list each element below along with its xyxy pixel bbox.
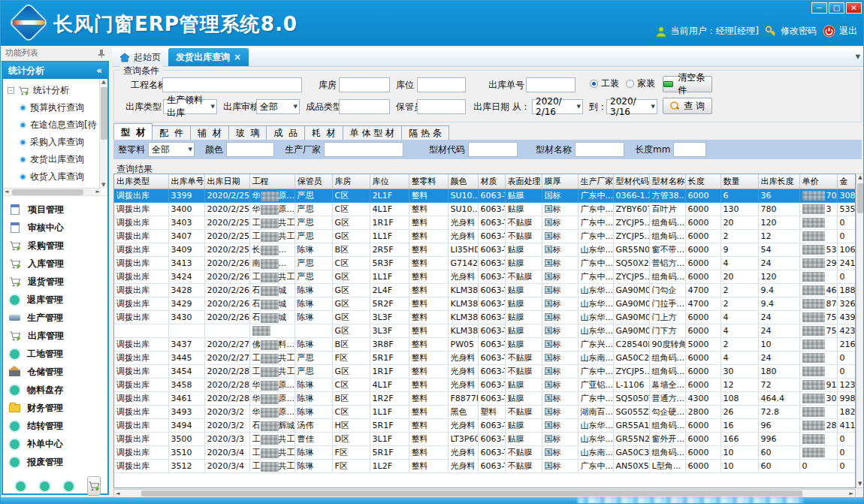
sidebar-section-header[interactable]: 统计分析 « bbox=[3, 62, 107, 79]
tab-list-dropdown-icon[interactable]: ▼ bbox=[856, 53, 860, 60]
table-row[interactable]: 调拨出库34372020/2/27佛料...陈琳B区3R8F整料PW056063… bbox=[114, 338, 856, 352]
sidebar-module-退货管理[interactable]: 退货管理 bbox=[9, 273, 107, 291]
table-row[interactable]: 调拨出库34072020/2/25工共工程严思G区1L1F整料光身料6063-T… bbox=[114, 230, 856, 243]
tree-item[interactable]: 收货入库查询 bbox=[8, 168, 107, 186]
column-header[interactable]: 单价 bbox=[799, 174, 837, 189]
material-tab[interactable]: 玻 璃 bbox=[228, 125, 267, 140]
manufacturer-input[interactable] bbox=[324, 142, 403, 157]
sidebar-module-审核中心[interactable]: 审核中心 bbox=[9, 219, 107, 237]
audit-select[interactable]: 全部▼ bbox=[256, 99, 300, 114]
column-header[interactable]: 金 bbox=[837, 174, 856, 189]
profile-code-input[interactable] bbox=[468, 142, 518, 157]
table-row[interactable]: 调拨出库34452020/2/27工共工程严思F区5R1F整料光身料6063-T… bbox=[114, 352, 856, 365]
order-no-input[interactable] bbox=[526, 77, 575, 92]
sidebar-module-报废管理[interactable]: 报废管理 bbox=[9, 453, 107, 471]
sidebar-module-结转管理[interactable]: 结转管理 bbox=[9, 417, 107, 435]
table-row[interactable]: 调拨出库34092020/2/25长...陈琳B区2R5F整料LI35HD606… bbox=[114, 243, 856, 257]
warehouse-input[interactable] bbox=[339, 77, 390, 92]
table-row[interactable]: 调拨出库34242020/2/26工共工程严思G区1L1F整料光身料6063-T… bbox=[114, 270, 856, 284]
column-header[interactable]: 型材名称 bbox=[649, 174, 685, 189]
table-row[interactable]: 调拨出库34542020/2/28工共工程严思G区1R1F整料光身料6063-T… bbox=[114, 365, 856, 379]
table-row[interactable]: G区3L3F整料KLM38176063-T5贴膜国标山东华...GA90M09.… bbox=[114, 324, 856, 338]
tree-item[interactable]: 采购入库查询 bbox=[8, 134, 107, 151]
column-header[interactable]: 生产厂家 bbox=[578, 174, 613, 189]
maximize-button[interactable]: □ bbox=[829, 2, 844, 14]
date-from-select[interactable]: 2020/ 2/16▼ bbox=[532, 99, 583, 114]
column-header[interactable]: 膜厚 bbox=[542, 174, 578, 189]
column-header[interactable]: 颜色 bbox=[448, 174, 478, 189]
collapsed-module-icon[interactable] bbox=[40, 481, 50, 491]
column-header[interactable]: 保管员 bbox=[295, 174, 332, 189]
search-button[interactable]: 查 询 bbox=[663, 98, 712, 114]
date-to-select[interactable]: 2020/ 3/16▼ bbox=[606, 99, 657, 114]
material-tab[interactable]: 隔 热 条 bbox=[401, 125, 449, 140]
product-type-input[interactable] bbox=[339, 99, 390, 114]
table-row[interactable]: 调拨出库35122020/3/4工共工程陈琳F区1L2F整料光身料6063-T5… bbox=[114, 460, 856, 473]
logout-button[interactable]: 退出 bbox=[823, 25, 857, 38]
length-input[interactable] bbox=[673, 142, 706, 157]
material-tab[interactable]: 成 品 bbox=[266, 125, 305, 140]
material-tab[interactable]: 辅 材 bbox=[190, 125, 229, 140]
keeper-input[interactable] bbox=[417, 99, 466, 114]
column-header[interactable]: 材质 bbox=[478, 174, 505, 189]
column-header[interactable]: 出库长度 bbox=[758, 174, 799, 189]
column-header[interactable]: 出库日期 bbox=[204, 174, 249, 189]
tree-expander-icon[interactable]: - bbox=[8, 87, 14, 94]
change-password-button[interactable]: 修改密码 bbox=[765, 25, 817, 38]
location-input[interactable] bbox=[417, 77, 466, 92]
color-input[interactable] bbox=[226, 142, 274, 157]
column-header[interactable]: 数量 bbox=[721, 174, 758, 189]
collapse-icon[interactable]: « bbox=[96, 62, 102, 79]
table-row[interactable]: 调拨出库35102020/3/4工共工程陈琳F区5R1F整料光身料6063-T5… bbox=[114, 446, 856, 460]
pin-icon[interactable] bbox=[98, 49, 105, 58]
material-tab[interactable]: 耗 材 bbox=[304, 125, 343, 140]
sidebar-module-项目管理[interactable]: 项目管理 bbox=[9, 201, 107, 219]
column-header[interactable]: 型材代码 bbox=[613, 174, 649, 189]
table-vertical-scrollbar[interactable]: ▲▼ bbox=[856, 174, 864, 488]
tree-item[interactable]: 在途信息查询[待 bbox=[8, 116, 107, 134]
collapsed-module-icon[interactable] bbox=[16, 481, 26, 491]
table-row[interactable]: 调拨出库34612020/2/28华原...陈琳B区1R2F整料F8877FT6… bbox=[114, 392, 856, 406]
tab-close-icon[interactable]: × bbox=[234, 52, 241, 62]
sidebar-module-生产管理[interactable]: 生产管理 bbox=[9, 309, 107, 327]
material-tab[interactable]: 单 体 型 材 bbox=[343, 125, 402, 140]
clear-conditions-button[interactable]: 清空条件 bbox=[663, 76, 712, 92]
tree-vertical-scrollbar[interactable]: ▲▼ bbox=[99, 79, 107, 189]
table-row[interactable]: 调拨出库34032020/2/25工共工程严思G区1R1F整料光身料6063-T… bbox=[114, 216, 856, 230]
column-header[interactable]: 表面处理 bbox=[505, 174, 542, 189]
tree-item[interactable]: 预算执行查询 bbox=[8, 99, 107, 116]
close-button[interactable]: ✕ bbox=[846, 2, 862, 14]
sidebar-module-采购管理[interactable]: 采购管理 bbox=[9, 237, 107, 255]
sidebar-module-物料盘存[interactable]: 物料盘存 bbox=[9, 381, 107, 399]
table-row[interactable]: 调拨出库34302020/2/26石城陈琳G区3L3F整料KLM38176063… bbox=[114, 311, 856, 324]
out-type-select[interactable]: 生产领料出库▼ bbox=[163, 99, 217, 114]
radio-industrial[interactable]: 工装 bbox=[590, 77, 619, 90]
column-header[interactable]: 整零料 bbox=[409, 174, 448, 189]
table-row[interactable]: 调拨出库34292020/2/26石城陈琳G区5R2F整料KLM38176063… bbox=[114, 297, 856, 311]
table-row[interactable]: 调拨出库34002020/2/25华原...严思C区4L1F整料SU10...6… bbox=[114, 203, 856, 216]
table-row[interactable]: 调拨出库34282020/2/26石城陈琳G区2L4F整料KLM38176063… bbox=[114, 284, 856, 297]
table-row[interactable]: 调拨出库34932020/3/2华原...陈琳C区1L1F整料黑色塑料不贴膜国标… bbox=[114, 406, 856, 419]
collapsed-module-icon[interactable] bbox=[64, 481, 74, 491]
sidebar-module-仓储管理[interactable]: 仓储管理 bbox=[9, 363, 107, 381]
sidebar-module-补单中心[interactable]: 补单中心 bbox=[9, 435, 107, 453]
table-row[interactable]: 调拨出库34132020/2/26南...严思C区5R3F整料G71422606… bbox=[114, 257, 856, 270]
profile-name-input[interactable] bbox=[575, 142, 624, 157]
sidebar-module-退库管理[interactable]: 退库管理 bbox=[9, 291, 107, 309]
sidebar-module-出库管理[interactable]: 出库管理 bbox=[9, 327, 107, 345]
table-row[interactable]: 调拨出库34942020/3/2石辉城汤伟H区5R1F整料光身料6063-T5贴… bbox=[114, 419, 856, 433]
project-name-input[interactable] bbox=[162, 77, 302, 92]
table-row[interactable]: 调拨出库33992020/2/25华原...严思C区2L1F整料SU10...6… bbox=[114, 189, 856, 203]
whole-piece-select[interactable]: 全部▼ bbox=[148, 142, 195, 157]
tree-item[interactable]: 发货出库查询 bbox=[8, 151, 107, 168]
column-header[interactable]: 长度 bbox=[685, 174, 721, 189]
table-row[interactable]: 调拨出库35002020/3/3工共工程曹佳D区3L1F整料LT3P606063… bbox=[114, 433, 856, 446]
radio-home[interactable]: 家装 bbox=[626, 77, 655, 90]
tree-root[interactable]: -统计分析 bbox=[8, 82, 107, 99]
column-header[interactable]: 出库单号 bbox=[168, 174, 204, 189]
column-header[interactable]: 出库类型 bbox=[114, 174, 168, 189]
material-tab[interactable]: 配 件 bbox=[152, 125, 191, 140]
sidebar-module-财务管理[interactable]: 财务管理 bbox=[9, 399, 107, 417]
column-header[interactable]: 库房 bbox=[332, 174, 370, 189]
table-row[interactable]: 调拨出库34582020/2/28华原...陈琳C区4L1F整料光身料6063-… bbox=[114, 379, 856, 392]
